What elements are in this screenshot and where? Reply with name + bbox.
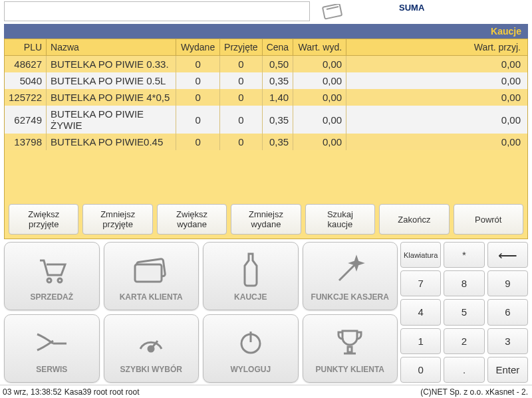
cell-wydane: 0 [176,106,220,134]
bottle-icon [232,251,269,288]
status-terminal: Kasa39 root root root [65,387,420,397]
cell-wart_wyd: 0,00 [293,106,346,134]
serwis-button[interactable]: SERWIS [4,314,100,383]
cell-nazwa: BUTELKA PO PIWIE 0.5L [47,72,176,89]
panel-title: Kaucje [491,26,521,37]
zakoncz-button[interactable]: Zakończ [379,204,449,235]
col-przyjete[interactable]: Przyjęte [220,39,263,56]
cell-nazwa: BUTELKA PO PIWIE 0.33. [47,56,176,73]
szybki-wybor-button[interactable]: SZYBKI WYBÓR [104,314,200,383]
punkty-klienta-label: PUNKTY KLIENTA [315,365,384,374]
cell-przyjete: 0 [220,134,263,150]
calculator-icon [319,3,346,23]
key-1[interactable]: 1 [400,328,441,354]
status-datetime: 03 wrz, 13:38:52 [0,387,65,397]
cell-plu: 62749 [5,106,47,134]
cell-wart_przyj: 0,00 [346,89,527,106]
key-6[interactable]: 6 [487,299,528,325]
kaucje-button[interactable]: KAUCJE [203,242,299,310]
zmniejsz-wydane-button[interactable]: Zmniejszwydane [231,204,301,235]
cell-przyjete: 0 [220,56,263,73]
sprzedaz-button[interactable]: SPRZEDAŻ [4,242,100,310]
key-dot[interactable]: . [444,357,484,383]
cart-icon [33,251,70,288]
status-copyright: (C)NET Sp. z o.o. xKasnet - 2. [420,387,532,397]
table-row[interactable]: 48627BUTELKA PO PIWIE 0.33.000,500,000,0… [5,56,527,73]
table-row[interactable]: 62749BUTELKA PO PIWIE ŻYWIE000,350,000,0… [5,106,527,134]
funkcje-kasjera-button[interactable]: FUNKCJE KASJERA [303,242,398,310]
szukaj-kaucje-button[interactable]: Szukajkaucje [305,204,375,235]
key-8[interactable]: 8 [444,270,484,296]
pliers-icon [33,324,70,361]
zmniejsz-przyjete-button[interactable]: Zmniejszprzyjęte [82,204,152,235]
key-4[interactable]: 4 [400,299,441,325]
cell-wydane: 0 [176,72,220,89]
punkty-klienta-button[interactable]: PUNKTY KLIENTA [303,314,398,383]
wand-icon [331,251,368,288]
szybki-wybor-label: SZYBKI WYBÓR [120,365,182,374]
cell-cena: 0,35 [262,72,293,89]
key-0[interactable]: 0 [400,357,441,383]
col-nazwa[interactable]: Nazwa [47,39,176,56]
key-5[interactable]: 5 [444,299,484,325]
svg-point-2 [47,278,51,282]
svg-point-3 [58,278,62,282]
key-2[interactable]: 2 [444,328,484,354]
cell-nazwa: BUTELKA PO PIWIE ŻYWIE [47,106,176,134]
panel-title-bar: Kaucje [4,24,528,39]
col-wydane[interactable]: Wydane [176,39,220,56]
cell-wart_przyj: 0,00 [346,56,527,73]
svg-rect-5 [135,264,162,282]
gauge-icon [132,324,170,361]
powrot-button[interactable]: Powrót [454,204,523,235]
table-row[interactable]: 5040BUTELKA PO PIWIE 0.5L000,350,000,00 [5,72,527,89]
card-icon [132,251,170,288]
key-enter[interactable]: Enter [487,357,528,383]
funkcje-kasjera-label: FUNKCJE KASJERA [311,292,389,302]
key-star[interactable]: * [444,242,484,268]
col-plu[interactable]: PLU [5,39,47,56]
cell-cena: 0,50 [262,56,293,73]
cell-cena: 1,40 [262,89,293,106]
key-3[interactable]: 3 [487,328,528,354]
key-klawiatura[interactable]: Klawiatura [400,242,441,268]
zwieksz-przyjete-button[interactable]: Zwiększprzyjęte [9,204,78,235]
table-row[interactable]: 13798BUTELKA PO PIWIE0.45000,350,000,00 [5,134,527,150]
wyloguj-label: WYLOGUJ [230,365,271,374]
cell-nazwa: BUTELKA PO PIWIE 4*0,5 [47,89,176,106]
karta-klienta-label: KARTA KLIENTA [120,292,183,302]
cell-wart_wyd: 0,00 [293,89,346,106]
key-9[interactable]: 9 [487,270,528,296]
status-bar: 03 wrz, 13:38:52 Kasa39 root root root (… [0,385,532,398]
suma-label: SUMA [399,3,424,13]
key-backspace[interactable]: ⟵ [487,242,528,268]
cell-wydane: 0 [176,89,220,106]
cell-wart_przyj: 0,00 [346,134,527,150]
cell-cena: 0,35 [262,106,293,134]
col-wart-przyj[interactable]: Wart. przyj. [346,39,527,56]
col-cena[interactable]: Cena [262,39,293,56]
cell-przyjete: 0 [220,72,263,89]
wyloguj-button[interactable]: WYLOGUJ [203,314,299,383]
table-row[interactable]: 125722BUTELKA PO PIWIE 4*0,5001,400,000,… [5,89,527,106]
sprzedaz-label: SPRZEDAŻ [30,292,73,302]
cell-przyjete: 0 [220,106,263,134]
col-wart-wyd[interactable]: Wart. wyd. [293,39,346,56]
cell-wart_wyd: 0,00 [293,72,346,89]
cell-wydane: 0 [176,134,220,150]
deposits-table: PLU Nazwa Wydane Przyjęte Cena Wart. wyd… [5,39,527,150]
svg-rect-0 [323,4,342,19]
svg-line-1 [327,7,338,9]
cell-plu: 48627 [5,56,47,73]
cell-plu: 125722 [5,89,47,106]
cell-wart_przyj: 0,00 [346,106,527,134]
cell-cena: 0,35 [262,134,293,150]
cell-plu: 5040 [5,72,47,89]
backspace-icon: ⟵ [498,247,517,263]
zwieksz-wydane-button[interactable]: Zwiększwydane [157,204,227,235]
karta-klienta-button[interactable]: KARTA KLIENTA [104,242,200,310]
cell-wydane: 0 [176,56,220,73]
numeric-keypad: Klawiatura * ⟵ 7 8 9 4 5 6 1 2 3 0 . Ent… [400,242,528,383]
cell-plu: 13798 [5,134,47,150]
key-7[interactable]: 7 [400,270,441,296]
